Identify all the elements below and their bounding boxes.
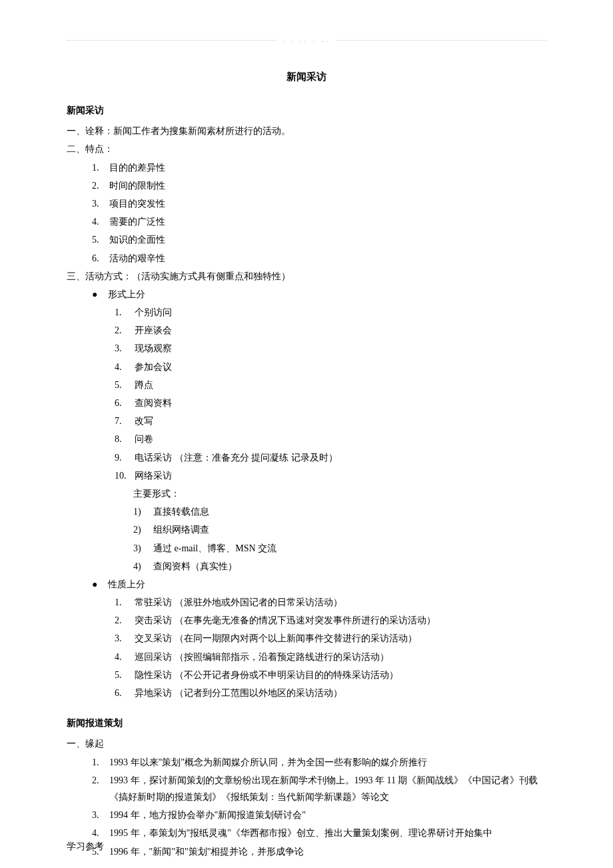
item-text: 电话采访 （注意：准备充分 提问凝练 记录及时）: [135, 449, 546, 466]
item-text: 1994 年，地方报协会举办"新闻报道策划研讨会": [109, 807, 546, 823]
item-text: 参加会议: [135, 359, 546, 375]
item-number: 2.: [92, 177, 109, 194]
list-item: 5.隐性采访 （不公开记者身份或不申明采访目的的特殊采访活动）: [67, 667, 546, 683]
item-number: 4.: [115, 359, 135, 375]
one-title: 诠释：: [85, 126, 113, 136]
item-text: 目的的差异性: [109, 159, 546, 176]
item-text: 现场观察: [135, 340, 546, 357]
list-item: 1)直接转载信息: [67, 503, 546, 520]
item-number: 1.: [115, 594, 135, 611]
three-title: 活动方式：（活动实施方式具有侧重点和独特性）: [85, 268, 546, 285]
list-item: 3.现场观察: [67, 340, 546, 357]
page-title: 新闻采访: [67, 68, 546, 86]
list-item: 3)通过 e-mail、博客、MSN 交流: [67, 540, 546, 557]
item-number: 6.: [92, 250, 109, 267]
label-two: 二、: [67, 141, 85, 157]
item-text: 改写: [135, 413, 546, 429]
list-item: 5.蹲点: [67, 377, 546, 393]
section2-one-head: 一、 缘起: [67, 735, 546, 752]
label-one: 一、: [67, 123, 85, 139]
list-item: 4.参加会议: [67, 359, 546, 375]
item-number: 2.: [115, 322, 135, 339]
item-text: 查阅资料: [135, 395, 546, 411]
list-item: 5.知识的全面性: [67, 231, 546, 248]
section1-three-head: 三、 活动方式：（活动实施方式具有侧重点和独特性）: [67, 268, 546, 285]
document-page: . . .. . .. 新闻采访 新闻采访 一、 诠释：新闻工作者为搜集新闻素材…: [0, 0, 613, 868]
section1-two-head: 二、 特点：: [67, 141, 546, 157]
list-item: 1.目的的差异性: [67, 159, 546, 176]
g1-sub-items-list: 1)直接转载信息2)组织网络调查3)通过 e-mail、博客、MSN 交流4)查…: [67, 503, 546, 575]
item-number: 3.: [115, 630, 135, 647]
one-content: 诠释：新闻工作者为搜集新闻素材所进行的活动。: [85, 123, 546, 139]
list-item: 5.1996 年，"新闻"和"策划"相提并论，并形成争论: [67, 843, 546, 860]
item-text: 1995 年，奉策划为"报纸灵魂"《华西都市报》创立、推出大量策划案例、理论界研…: [109, 825, 546, 841]
item-text: 1993 年以来"策划"概念为新闻媒介所认同，并为全国一些有影响的媒介所推行: [109, 754, 546, 771]
list-item: 2.时间的限制性: [67, 177, 546, 194]
list-item: 7.改写: [67, 413, 546, 429]
item-text: 开座谈会: [135, 322, 546, 339]
item-number: 4.: [92, 213, 109, 230]
item-number: 8.: [115, 431, 135, 447]
item-number: 9.: [115, 449, 135, 466]
two-title: 特点：: [85, 141, 546, 157]
list-item: 1.个别访问: [67, 304, 546, 321]
list-item: 4.巡回采访 （按照编辑部指示，沿着预定路线进行的采访活动）: [67, 649, 546, 665]
one-text: 新闻工作者为搜集新闻素材所进行的活动。: [113, 126, 291, 136]
item-number: 4): [133, 558, 153, 575]
item-text: 知识的全面性: [109, 231, 546, 248]
list-item: 4.需要的广泛性: [67, 213, 546, 230]
item-text: 隐性采访 （不公开记者身份或不申明采访目的的特殊采访活动）: [135, 667, 546, 683]
g2-label: 性质上分: [108, 579, 145, 589]
item-text: 异地采访 （记者到分工范围以外地区的采访活动）: [135, 685, 546, 701]
item-number: 5.: [92, 231, 109, 248]
three-g2-head: ● 性质上分: [67, 576, 546, 593]
two-items-list: 1.目的的差异性2.时间的限制性3.项目的突发性4.需要的广泛性5.知识的全面性…: [67, 159, 546, 267]
list-item: 6.查阅资料: [67, 395, 546, 411]
s2-one-title: 缘起: [85, 735, 546, 752]
list-item: 2.1993 年，探讨新闻策划的文章纷纷出现在新闻学术刊物上。1993 年 11…: [67, 772, 546, 805]
s2-items-list: 1.1993 年以来"策划"概念为新闻媒介所认同，并为全国一些有影响的媒介所推行…: [67, 754, 546, 860]
item-text: 交叉采访 （在同一期限内对两个以上新闻事件交替进行的采访活动）: [135, 630, 546, 647]
item-number: 4.: [115, 649, 135, 665]
label-three: 三、: [67, 268, 85, 285]
item-text: 需要的广泛性: [109, 213, 546, 230]
list-item: 9.电话采访 （注意：准备充分 提问凝练 记录及时）: [67, 449, 546, 466]
s2-label-one: 一、: [67, 735, 85, 752]
g1-sub-label: 主要形式：: [67, 485, 546, 502]
item-number: 5.: [115, 377, 135, 393]
list-item: 8.问卷: [67, 431, 546, 447]
item-number: 1.: [115, 304, 135, 321]
item-text: 通过 e-mail、博客、MSN 交流: [153, 540, 546, 557]
item-number: 2.: [115, 612, 135, 629]
list-item: 2.开座谈会: [67, 322, 546, 339]
item-number: 7.: [115, 413, 135, 429]
header-rule: . . .. . ..: [67, 40, 546, 41]
list-item: 1.1993 年以来"策划"概念为新闻媒介所认同，并为全国一些有影响的媒介所推行: [67, 754, 546, 771]
header-dots-text: . . .. . ..: [277, 34, 336, 46]
section2-heading: 新闻报道策划: [67, 715, 546, 731]
item-number: 1): [133, 503, 153, 520]
list-item: 10.网络采访: [67, 467, 546, 484]
list-item: 1.常驻采访 （派驻外地或外国记者的日常采访活动）: [67, 594, 546, 611]
section1-heading: 新闻采访: [67, 102, 546, 119]
list-item: 6.活动的艰辛性: [67, 250, 546, 267]
item-text: 直接转载信息: [153, 503, 546, 520]
item-number: 2): [133, 521, 153, 538]
item-text: 巡回采访 （按照编辑部指示，沿着预定路线进行的采访活动）: [135, 649, 546, 665]
item-text: 常驻采访 （派驻外地或外国记者的日常采访活动）: [135, 594, 546, 611]
g2-items-list: 1.常驻采访 （派驻外地或外国记者的日常采访活动）2.突击采访 （在事先毫无准备…: [67, 594, 546, 701]
bullet-icon: ●: [92, 286, 105, 303]
item-text: 问卷: [135, 431, 546, 447]
g1-label: 形式上分: [108, 289, 145, 299]
list-item: 3.项目的突发性: [67, 195, 546, 212]
item-number: 6.: [115, 395, 135, 411]
section1-one: 一、 诠释：新闻工作者为搜集新闻素材所进行的活动。: [67, 123, 546, 139]
list-item: 3.1994 年，地方报协会举办"新闻报道策划研讨会": [67, 807, 546, 823]
list-item: 4)查阅资料（真实性）: [67, 558, 546, 575]
item-text: 1993 年，探讨新闻策划的文章纷纷出现在新闻学术刊物上。1993 年 11 期…: [109, 772, 546, 805]
item-number: 3.: [92, 807, 109, 823]
item-text: 时间的限制性: [109, 177, 546, 194]
item-text: 1996 年，"新闻"和"策划"相提并论，并形成争论: [109, 843, 546, 860]
three-g1-head: ● 形式上分: [67, 286, 546, 303]
footer-text: 学习参考: [67, 838, 104, 855]
